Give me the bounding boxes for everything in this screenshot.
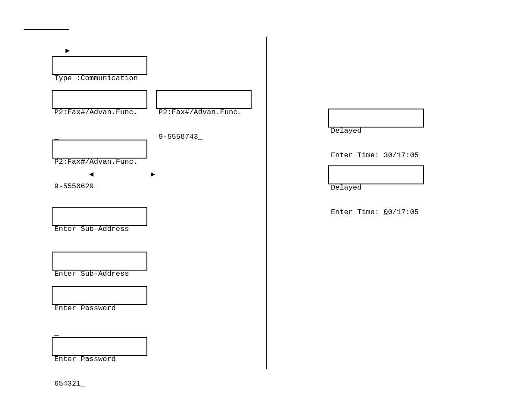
cursor: 0 [383, 208, 388, 216]
lcd-line2: 9-5558743_ [159, 133, 249, 141]
value: 654321 [54, 380, 81, 388]
cursor: _ [94, 182, 98, 190]
lcd-line1: Type :Communication [54, 74, 145, 82]
lcd-line2: 9-5550629_ [54, 182, 145, 190]
lcd-password-blank: Enter Password _ [52, 286, 147, 305]
triangle-right-icon [151, 172, 155, 177]
lcd-type-communication: Type :Communication ←/→/Enter [52, 56, 147, 75]
lcd-line1: Enter Sub-Address [54, 270, 145, 278]
lcd-subaddress-value: Enter Sub-Address 123456_ [52, 252, 147, 271]
lcd-line1: Enter Password [54, 304, 145, 312]
lcd-line1: P2:Fax#/Advan.Func. [54, 158, 145, 166]
column-divider [266, 37, 267, 369]
lcd-p2-fax-8743: P2:Fax#/Advan.Func. 9-5558743_ [156, 90, 252, 109]
lcd-subaddress-blank: Enter Sub-Address _ [52, 207, 147, 226]
lcd-line1: Delayed [331, 127, 421, 135]
lcd-line2: Enter Time: 30/17:05 [331, 151, 421, 159]
cursor: _ [54, 329, 59, 337]
lcd-delayed-30: Delayed Enter Time: 30/17:05 [328, 109, 424, 128]
lcd-line2: 654321_ [54, 380, 145, 388]
lcd-line2: _ [54, 329, 145, 337]
triangle-left-icon [89, 172, 93, 177]
header-underline [24, 29, 69, 30]
lcd-line1: Enter Sub-Address [54, 225, 145, 233]
value: 9-5550629 [54, 182, 94, 190]
lcd-line1: Enter Password [54, 355, 145, 363]
lcd-line1: P2:Fax#/Advan.Func. [54, 108, 145, 116]
lcd-line1: P2:Fax#/Advan.Func. [159, 108, 249, 116]
triangle-right-icon [65, 49, 70, 53]
lcd-p2-fax-0629: P2:Fax#/Advan.Func. 9-5550629_ [52, 140, 147, 159]
prefix: Enter Time: [331, 208, 383, 216]
cursor: _ [81, 380, 85, 388]
lcd-line1: Delayed [331, 184, 421, 192]
prefix: Enter Time: [331, 151, 383, 159]
rest: 0/17:05 [388, 151, 419, 159]
lcd-line2: Enter Time: 00/17:05 [331, 208, 421, 216]
lcd-p2-fax-blank: P2:Fax#/Advan.Func. _ [52, 90, 147, 109]
lcd-delayed-00: Delayed Enter Time: 00/17:05 [328, 165, 424, 184]
lcd-password-value: Enter Password 654321_ [52, 337, 147, 356]
cursor: 3 [383, 151, 388, 159]
rest: 0/17:05 [388, 208, 419, 216]
value: 9-5558743 [159, 133, 198, 141]
cursor: _ [198, 133, 202, 141]
